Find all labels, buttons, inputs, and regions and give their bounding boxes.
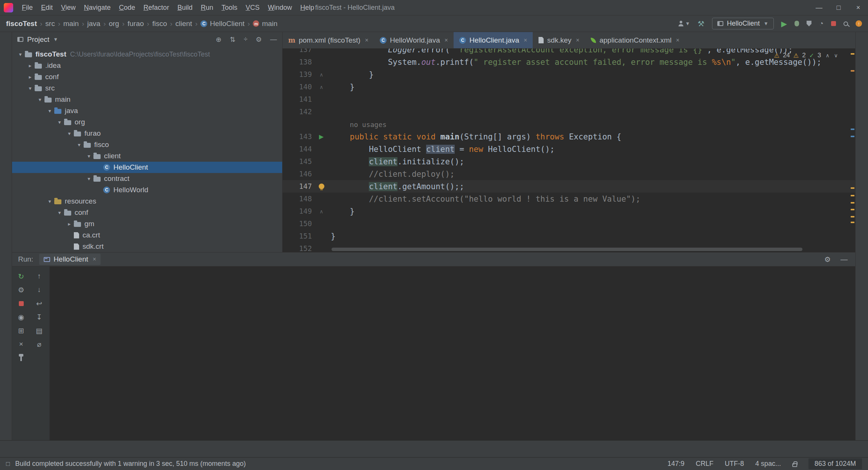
tree-item-contract[interactable]: ▾contract: [12, 173, 282, 184]
horizontal-scrollbar[interactable]: [332, 248, 802, 251]
code-line-142[interactable]: 142: [283, 106, 855, 118]
error-stripe[interactable]: [850, 49, 854, 252]
print-icon[interactable]: ⊞: [12, 324, 30, 337]
minimize-button[interactable]: —: [809, 0, 829, 15]
breadcrumb-main[interactable]: main: [63, 20, 79, 28]
select-opened-file-icon[interactable]: ⊕: [216, 35, 222, 44]
breadcrumb-java[interactable]: java: [87, 20, 101, 28]
chevron-down-icon[interactable]: ▾: [65, 130, 74, 136]
file-encoding[interactable]: UTF-8: [725, 460, 744, 468]
fold-marker-icon[interactable]: ∧: [312, 84, 331, 90]
tree-item-conf[interactable]: ▸conf: [12, 71, 282, 83]
code-line-147[interactable]: 147 client.getAmount();;: [283, 180, 855, 193]
lock-icon[interactable]: [792, 463, 797, 467]
code-line-137[interactable]: 137 Logger.error(" registerAssetAccount …: [283, 49, 855, 56]
intention-bulb-icon[interactable]: [319, 184, 324, 189]
code-line-138[interactable]: 138 System.out.printf(" register asset a…: [283, 56, 855, 68]
tree-item-src[interactable]: ▾src: [12, 83, 282, 94]
run-config-selector[interactable]: HelloClient ▼: [712, 18, 774, 29]
rerun-icon[interactable]: ↻: [12, 269, 30, 283]
search-everywhere-icon[interactable]: [844, 21, 848, 26]
chevron-down-icon[interactable]: ▾: [84, 176, 93, 182]
menu-refactor[interactable]: Refactor: [139, 0, 173, 15]
code-line-143[interactable]: 143▶ public static void main(String[] ar…: [283, 130, 855, 143]
tree-item-conf[interactable]: ▾conf: [12, 207, 282, 218]
chevron-down-icon[interactable]: ▼: [53, 37, 58, 42]
close-tab-icon[interactable]: ×: [365, 37, 368, 44]
prev-problem-icon[interactable]: ∧: [825, 52, 830, 58]
tree-item-ca.crt[interactable]: ca.crt: [12, 230, 282, 241]
chevron-down-icon[interactable]: ▾: [75, 142, 84, 148]
code-line-148[interactable]: 148 //client.setAccount("hello world ! t…: [283, 193, 855, 205]
code-line-141[interactable]: 141: [283, 93, 855, 106]
user-menu[interactable]: ▼: [678, 21, 690, 26]
stop-icon[interactable]: [831, 21, 836, 26]
expand-collapse-icon[interactable]: ⇅: [230, 35, 235, 44]
caret-position[interactable]: 147:9: [668, 460, 685, 468]
chevron-down-icon[interactable]: ▾: [84, 153, 93, 159]
restore-layout-icon[interactable]: ▤: [30, 324, 48, 337]
stop-icon[interactable]: [12, 297, 30, 310]
hide-panel-icon[interactable]: —: [840, 255, 848, 263]
chevron-right-icon[interactable]: ▸: [26, 74, 35, 80]
pin-icon[interactable]: [12, 351, 30, 364]
menu-code[interactable]: Code: [115, 0, 139, 15]
breadcrumb-main[interactable]: mmain: [253, 20, 277, 28]
menu-edit[interactable]: Edit: [37, 0, 57, 15]
scroll-to-end-icon[interactable]: ↧: [30, 310, 48, 324]
editor-tab-helloworld.java[interactable]: CHelloWorld.java×: [374, 32, 454, 48]
tree-item-helloclient[interactable]: CHelloClient: [12, 162, 282, 173]
next-problem-icon[interactable]: ∨: [833, 52, 838, 58]
editor-tab-applicationcontext.xml[interactable]: applicationContext.xml×: [585, 32, 685, 48]
menu-window[interactable]: Window: [264, 0, 296, 15]
editor-tab-pom.xml-fiscotest-[interactable]: mpom.xml (fiscoTest)×: [283, 32, 374, 48]
build-hammer-icon[interactable]: ⚒: [698, 19, 704, 28]
close-tab-icon[interactable]: ×: [524, 37, 527, 44]
tool-window-switcher-icon[interactable]: □: [6, 460, 10, 468]
menu-build[interactable]: Build: [173, 0, 197, 15]
ide-update-icon[interactable]: ↑: [856, 20, 862, 27]
code-line-145[interactable]: 145 client.initialize();: [283, 155, 855, 168]
tree-item-resources[interactable]: ▾resources: [12, 196, 282, 207]
soft-wrap-icon[interactable]: ↩: [30, 297, 48, 310]
inspections-widget[interactable]: ⚠ 24 ⚠ 2 ✓ 3 ∧ ∨: [774, 52, 838, 59]
fold-marker-icon[interactable]: ∧: [312, 208, 331, 214]
close-button[interactable]: ×: [848, 0, 868, 15]
menu-help[interactable]: Help: [296, 0, 318, 15]
chevron-down-icon[interactable]: ▾: [55, 119, 64, 125]
editor-tab-helloclient.java[interactable]: CHelloClient.java×: [454, 32, 533, 48]
code-line-151[interactable]: 151}: [283, 230, 855, 242]
hide-panel-icon[interactable]: —: [270, 35, 277, 43]
menu-vcs[interactable]: VCS: [241, 0, 264, 15]
clear-icon[interactable]: ×: [12, 337, 30, 351]
prev-stacktrace-icon[interactable]: ↑: [30, 269, 48, 283]
code-line-146[interactable]: 146 //client.deploy();: [283, 168, 855, 180]
chevron-down-icon[interactable]: ▾: [45, 198, 54, 204]
tree-item-sdk.crt[interactable]: sdk.crt: [12, 241, 282, 252]
menu-navigate[interactable]: Navigate: [80, 0, 115, 15]
breadcrumb-src[interactable]: src: [45, 20, 55, 28]
breadcrumb-furao[interactable]: furao: [128, 20, 144, 28]
breadcrumb-fisco[interactable]: fisco: [152, 20, 167, 28]
settings-icon[interactable]: ⚙: [12, 283, 30, 297]
usages-hint[interactable]: no usages: [331, 120, 387, 129]
tree-item-client[interactable]: ▾client: [12, 150, 282, 162]
chevron-down-icon[interactable]: ▾: [26, 85, 35, 91]
chevron-down-icon[interactable]: ▾: [45, 108, 54, 114]
menu-run[interactable]: Run: [197, 0, 217, 15]
tree-item-org[interactable]: ▾org: [12, 116, 282, 128]
editor-tab-sdk.key[interactable]: sdk.key×: [533, 32, 585, 48]
breadcrumb-client[interactable]: client: [176, 20, 192, 28]
debug-icon[interactable]: [795, 21, 799, 26]
menu-file[interactable]: File: [18, 0, 37, 15]
project-panel-title[interactable]: Project: [27, 35, 49, 44]
breadcrumb-org[interactable]: org: [109, 20, 119, 28]
close-tab-icon[interactable]: ×: [93, 256, 96, 263]
run-console-tab[interactable]: HelloClient ×: [39, 254, 101, 265]
maximize-button[interactable]: □: [829, 0, 848, 15]
next-stacktrace-icon[interactable]: ↓: [30, 283, 48, 297]
chevron-down-icon[interactable]: ▾: [16, 51, 25, 57]
profiler-icon[interactable]: ◔: [819, 19, 824, 28]
close-tab-icon[interactable]: ×: [445, 37, 448, 44]
run-icon[interactable]: ▶: [781, 19, 787, 28]
